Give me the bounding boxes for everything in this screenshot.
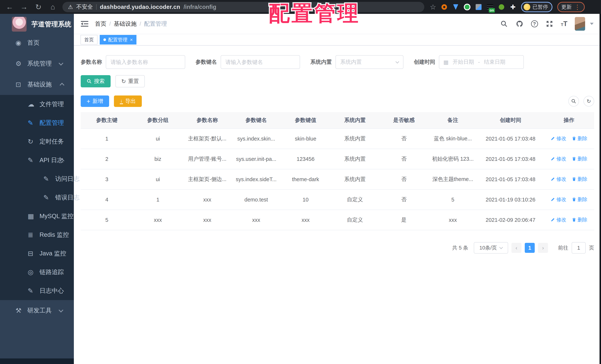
browser-extensions: ☆ on ✚ 已暂停 更新 ⋮ <box>430 2 585 12</box>
delete-button[interactable]: 删除 <box>572 196 588 203</box>
add-button[interactable]: + 新增 <box>81 95 109 107</box>
cell-key: xxx <box>232 210 281 230</box>
help-icon[interactable]: ? <box>531 20 538 27</box>
column-header: 参数名称 <box>183 112 232 129</box>
delete-button[interactable]: 删除 <box>572 216 588 223</box>
extension-magnifier-icon[interactable] <box>498 4 505 10</box>
sidebar-item-redis[interactable]: ≣ Redis 监控 <box>0 225 74 244</box>
sidebar-item-log-center[interactable]: ✎ 日志中心 <box>0 282 74 300</box>
export-button[interactable]: ↓ 导出 <box>114 95 142 107</box>
sidebar-item-error-log[interactable]: ✎ 错误日志 <box>0 188 74 207</box>
prev-page-button[interactable]: ‹ <box>511 243 521 253</box>
browser-back-icon[interactable]: ← <box>5 3 14 11</box>
extension-location-pin-icon[interactable] <box>452 4 459 10</box>
github-icon[interactable] <box>516 20 524 28</box>
not-secure-warning-icon: ⚠ <box>68 4 73 10</box>
font-size-icon[interactable]: TT <box>561 20 567 28</box>
reset-button[interactable]: ↻ 重置 <box>115 75 145 87</box>
param-key-input[interactable] <box>221 55 300 69</box>
menu-icon: ⊟ <box>28 250 40 257</box>
sidebar-item-infra[interactable]: ⊡ 基础设施 <box>0 74 74 95</box>
cell-name: xxx <box>183 210 232 230</box>
brand[interactable]: 芋道管理系统 <box>0 14 74 32</box>
edit-button[interactable]: 修改 <box>551 196 566 203</box>
url-path: /infra/config <box>183 4 216 10</box>
edit-button[interactable]: 修改 <box>551 135 566 142</box>
sidebar-item-dev-tools[interactable]: ⚒ 研发工具 <box>0 300 74 321</box>
page-size-select[interactable]: 10条/页 <box>474 242 508 253</box>
avatar-caret-icon[interactable] <box>590 23 594 25</box>
column-header: 创建时间 <box>477 112 544 129</box>
refresh-table-button[interactable]: ↻ <box>583 96 594 107</box>
sidebar-item-home[interactable]: ◉ 首页 <box>0 32 74 53</box>
sidebar-item-file[interactable]: ☁ 文件管理 <box>0 95 74 114</box>
cell-group: xxx <box>133 210 183 230</box>
cell-actions: 修改 删除 <box>544 210 594 230</box>
menu-label: 配置管理 <box>40 119 64 127</box>
tab-home[interactable]: 首页 <box>80 35 98 44</box>
current-page-button[interactable]: 1 <box>525 243 535 253</box>
menu-label: API 日志 <box>40 156 63 164</box>
search-button[interactable]: 搜索 <box>81 75 110 87</box>
delete-button[interactable]: 删除 <box>572 135 588 142</box>
sidebar-item-api-log[interactable]: ✎ API 日志 <box>0 151 74 170</box>
extension-list-on-icon[interactable]: on <box>487 4 493 10</box>
breadcrumb-home[interactable]: 首页 <box>95 20 106 28</box>
sidebar-item-access-log[interactable]: ✎ 访问日志 <box>0 170 74 188</box>
edit-button[interactable]: 修改 <box>551 216 566 223</box>
browser-menu-dots-icon[interactable]: ⋮ <box>574 3 581 11</box>
menu-icon: ☁ <box>28 101 40 108</box>
user-avatar[interactable] <box>575 17 585 31</box>
extension-grid-icon[interactable] <box>475 4 482 10</box>
browser-forward-icon[interactable]: → <box>19 3 29 11</box>
tab-config[interactable]: 配置管理 × <box>100 35 136 44</box>
param-name-input[interactable] <box>106 55 185 69</box>
refresh-icon: ↻ <box>121 78 126 85</box>
system-builtin-label: 系统内置 <box>310 58 332 66</box>
edit-button[interactable]: 修改 <box>551 176 566 182</box>
extension-green-circle-icon[interactable] <box>464 4 471 10</box>
extension-orange-ring-icon[interactable] <box>441 4 448 10</box>
menu-label: Java 监控 <box>40 249 66 258</box>
table-header-row: 参数主键参数分组参数名称参数键名参数键值系统内置是否敏感备注创建时间操作 <box>81 112 594 129</box>
download-icon: ↓ <box>120 98 123 104</box>
cell-id: 3 <box>81 169 133 190</box>
browser-update-button[interactable]: 更新 ⋮ <box>557 2 585 12</box>
pagination: 共 5 条 10条/页 ‹ 1 › 前往 页 <box>81 242 594 253</box>
filter-form: 参数名称 参数键名 系统内置 系统内置 创建时间 ▦ 开始日期 - 结束日期 <box>81 55 594 69</box>
menu-icon: ◎ <box>28 268 40 276</box>
sidebar-item-config[interactable]: ✎ 配置管理 <box>0 114 74 132</box>
fullscreen-icon[interactable] <box>545 20 553 28</box>
browser-profile-paused[interactable]: 已暂停 <box>521 2 552 12</box>
cell-remark: 5 <box>428 190 477 210</box>
edit-button[interactable]: 修改 <box>551 155 566 162</box>
tab-close-icon[interactable]: × <box>130 37 133 43</box>
menu-icon: ✎ <box>43 175 55 183</box>
cell-group: 1 <box>133 190 183 210</box>
sidebar-item-system[interactable]: ⚙ 系统管理 <box>0 53 74 74</box>
delete-button[interactable]: 删除 <box>572 155 588 162</box>
sidebar-item-job[interactable]: ↻ 定时任务 <box>0 132 74 151</box>
next-page-button[interactable]: › <box>538 243 548 253</box>
toggle-search-button[interactable] <box>568 96 579 107</box>
date-range-picker[interactable]: ▦ 开始日期 - 结束日期 <box>439 55 524 69</box>
page-title-overlay: 配置管理 <box>269 0 360 28</box>
cell-sensitive: 是 <box>380 210 428 230</box>
header-search-icon[interactable] <box>500 20 508 28</box>
browser-home-icon[interactable]: ⌂ <box>48 3 58 11</box>
header-actions: ? TT <box>500 17 594 31</box>
bookmark-star-icon[interactable]: ☆ <box>430 3 436 11</box>
address-bar[interactable]: ⚠ 不安全 dashboard.yudao.iocoder.cn /infra/… <box>62 2 424 12</box>
system-builtin-select[interactable]: 系统内置 <box>335 55 403 69</box>
goto-page-input[interactable] <box>572 242 586 253</box>
menu-label: 研发工具 <box>27 306 52 315</box>
chevron-up-icon <box>60 83 64 87</box>
sidebar-fold-icon[interactable] <box>80 21 89 27</box>
sidebar-item-mysql[interactable]: ▦ MySQL 监控 <box>0 207 74 225</box>
browser-reload-icon[interactable]: ↻ <box>34 3 43 11</box>
extensions-puzzle-icon[interactable]: ✚ <box>510 4 516 10</box>
breadcrumb-infra[interactable]: 基础设施 <box>114 20 137 28</box>
sidebar-item-trace[interactable]: ◎ 链路追踪 <box>0 263 74 282</box>
sidebar-item-java[interactable]: ⊟ Java 监控 <box>0 244 74 263</box>
delete-button[interactable]: 删除 <box>572 176 588 182</box>
